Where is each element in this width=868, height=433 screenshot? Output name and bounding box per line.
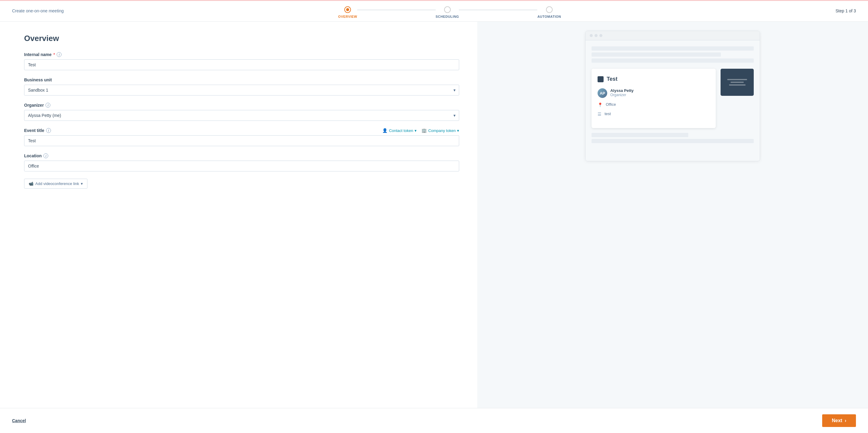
location-group: Location i bbox=[24, 154, 459, 171]
step-overview-label: Overview bbox=[338, 15, 357, 19]
browser-dot-2 bbox=[594, 34, 597, 37]
internal-name-input[interactable] bbox=[24, 59, 459, 70]
step-scheduling-label: Scheduling bbox=[436, 15, 459, 19]
preview-organizer-info: Alyssa Petty Organizer bbox=[610, 88, 633, 97]
organizer-group: Organizer i Alyssa Petty (me) ▾ bbox=[24, 103, 459, 121]
event-title-input[interactable] bbox=[24, 135, 459, 146]
top-bar: Create one-on-one meeting Overview Sched… bbox=[0, 0, 868, 22]
browser-dot-1 bbox=[590, 34, 593, 37]
contact-token-chevron-icon: ▾ bbox=[414, 128, 417, 133]
location-label: Location i bbox=[24, 154, 459, 158]
organizer-select[interactable]: Alyssa Petty (me) bbox=[24, 110, 459, 121]
organizer-info-icon[interactable]: i bbox=[45, 103, 50, 107]
required-star: * bbox=[53, 52, 55, 57]
event-title-info-icon[interactable]: i bbox=[46, 128, 51, 133]
stepper: Overview Scheduling Automation bbox=[64, 6, 835, 22]
preview-description-row: ☰ test bbox=[597, 111, 710, 116]
event-title-label: Event title i bbox=[24, 128, 51, 133]
bottom-bar: Cancel Next › bbox=[0, 408, 868, 433]
token-buttons: 👤 Contact token ▾ 🏢 Company token ▾ bbox=[382, 128, 459, 133]
browser-header bbox=[586, 31, 760, 40]
contact-token-button[interactable]: 👤 Contact token ▾ bbox=[382, 128, 417, 133]
preview-card-title: Test bbox=[597, 76, 710, 82]
preview-organizer-name: Alyssa Petty bbox=[610, 88, 633, 93]
preview-calendar-line-3 bbox=[729, 85, 746, 86]
business-unit-label: Business unit bbox=[24, 77, 459, 82]
step-automation: Automation bbox=[537, 6, 561, 19]
event-title-group: Event title i 👤 Contact token ▾ 🏢 Compan… bbox=[24, 128, 459, 146]
company-token-button[interactable]: 🏢 Company token ▾ bbox=[422, 128, 459, 133]
business-unit-select[interactable]: Sandbox 1 Sandbox 2 bbox=[24, 85, 459, 96]
create-meeting-title: Create one-on-one meeting bbox=[12, 8, 64, 19]
step-line-2 bbox=[459, 10, 537, 10]
preview-grid-cell bbox=[592, 59, 754, 63]
business-unit-select-wrapper: Sandbox 1 Sandbox 2 ▾ bbox=[24, 85, 459, 96]
location-input[interactable] bbox=[24, 161, 459, 171]
step-scheduling-circle bbox=[444, 6, 451, 13]
internal-name-info-icon[interactable]: i bbox=[57, 52, 62, 57]
videoconf-icon: 📹 bbox=[29, 181, 33, 186]
preview-grid-cell bbox=[592, 53, 721, 57]
videoconf-chevron-icon: ▾ bbox=[81, 181, 83, 186]
event-title-header: Event title i 👤 Contact token ▾ 🏢 Compan… bbox=[24, 128, 459, 133]
preview-organizer-row: AP Alyssa Petty Organizer bbox=[597, 88, 710, 98]
step-overview-circle bbox=[344, 6, 351, 13]
organizer-select-wrapper: Alyssa Petty (me) ▾ bbox=[24, 110, 459, 121]
step-automation-circle bbox=[546, 6, 553, 13]
preview-card-icon-sq bbox=[597, 76, 603, 82]
browser-body: Test AP Alyssa Petty Organizer bbox=[586, 40, 760, 161]
step-scheduling: Scheduling bbox=[436, 6, 459, 19]
business-unit-group: Business unit Sandbox 1 Sandbox 2 ▾ bbox=[24, 77, 459, 96]
internal-name-label: Internal name * i bbox=[24, 52, 459, 57]
description-lines-icon: ☰ bbox=[597, 112, 601, 116]
page-title: Overview bbox=[24, 34, 459, 43]
preview-meeting-card: Test AP Alyssa Petty Organizer bbox=[592, 69, 716, 128]
preview-calendar-block bbox=[720, 69, 754, 96]
location-info-icon[interactable]: i bbox=[43, 154, 48, 158]
cancel-button[interactable]: Cancel bbox=[12, 418, 26, 423]
step-automation-label: Automation bbox=[537, 15, 561, 19]
organizer-label: Organizer i bbox=[24, 103, 459, 107]
location-pin-icon: 📍 bbox=[597, 102, 603, 107]
preview-grid-cell bbox=[592, 46, 754, 51]
preview-card-container: Test AP Alyssa Petty Organizer bbox=[592, 69, 754, 128]
contact-token-icon: 👤 bbox=[382, 128, 388, 133]
step-overview: Overview bbox=[338, 6, 357, 19]
preview-calendar-line-2 bbox=[731, 82, 744, 83]
preview-avatar: AP bbox=[597, 88, 607, 98]
next-button[interactable]: Next › bbox=[822, 414, 856, 427]
preview-panel: Test AP Alyssa Petty Organizer bbox=[477, 22, 868, 408]
form-panel: Overview Internal name * i Business unit… bbox=[0, 22, 477, 408]
preview-grid-rows bbox=[592, 46, 754, 63]
next-arrow-icon: › bbox=[845, 418, 846, 423]
main-content: Overview Internal name * i Business unit… bbox=[0, 22, 868, 408]
preview-location-row: 📍 Office bbox=[597, 102, 710, 107]
browser-mockup: Test AP Alyssa Petty Organizer bbox=[585, 31, 760, 161]
preview-bottom-grid bbox=[592, 133, 754, 143]
company-token-icon: 🏢 bbox=[422, 128, 427, 133]
internal-name-group: Internal name * i bbox=[24, 52, 459, 70]
step-line-1 bbox=[357, 10, 436, 10]
step-count: Step 1 of 3 bbox=[835, 8, 856, 19]
company-token-chevron-icon: ▾ bbox=[457, 128, 459, 133]
preview-calendar-line-1 bbox=[727, 79, 747, 80]
add-videoconference-button[interactable]: 📹 Add videoconference link ▾ bbox=[24, 179, 87, 189]
preview-organizer-role: Organizer bbox=[610, 93, 633, 97]
browser-dot-3 bbox=[599, 34, 602, 37]
